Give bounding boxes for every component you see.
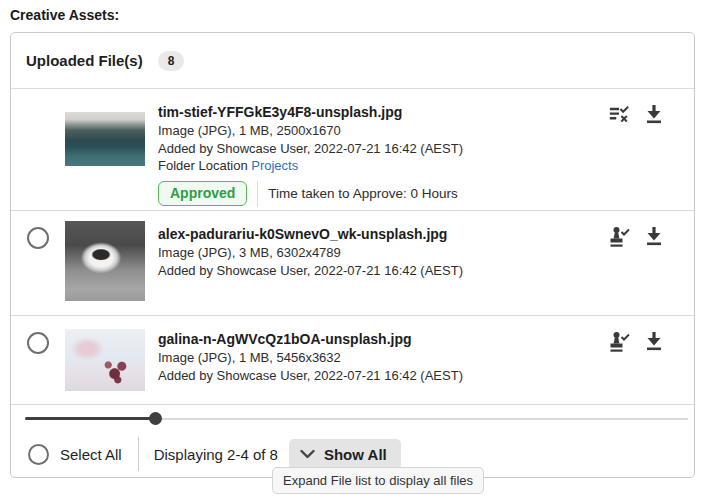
page-title: Creative Assets: xyxy=(10,7,119,23)
select-all-radio[interactable] xyxy=(28,444,49,465)
status-divider xyxy=(257,181,258,207)
thumbnail-image-coffee-mittens xyxy=(65,221,145,301)
approve-stamp-icon[interactable] xyxy=(608,330,630,354)
file-select-radio[interactable] xyxy=(27,227,49,249)
file-folder-location: Folder Location Projects xyxy=(158,157,463,175)
file-row-3: galina-n-AgWVcQz1bOA-unsplash.jpg Image … xyxy=(11,316,694,405)
folder-location-label: Folder Location xyxy=(158,158,248,173)
file-info-2: alex-padurariu-k0SwnevO_wk-unsplash.jpg … xyxy=(158,225,463,279)
file-thumbnail-1 xyxy=(65,99,145,179)
download-icon[interactable] xyxy=(643,225,665,249)
row-actions-3 xyxy=(608,330,665,354)
status-badge-approved: Approved xyxy=(158,181,247,206)
file-name: tim-stief-YFFGkE3y4F8-unsplash.jpg xyxy=(158,103,463,122)
file-meta: Image (JPG), 1 MB, 5456x3632 xyxy=(158,349,463,367)
file-info-3: galina-n-AgWVcQz1bOA-unsplash.jpg Image … xyxy=(158,330,463,384)
file-thumbnail-3 xyxy=(65,326,145,394)
chevron-down-icon xyxy=(300,449,315,460)
show-all-button[interactable]: Show All xyxy=(289,439,401,470)
file-added-by: Added by Showcase User, 2022-07-21 16:42… xyxy=(158,140,463,158)
panel-header: Uploaded File(s) 8 xyxy=(11,33,694,89)
approve-stamp-icon[interactable] xyxy=(608,225,630,249)
row-actions-1 xyxy=(608,103,665,127)
file-row-1: tim-stief-YFFGkE3y4F8-unsplash.jpg Image… xyxy=(11,89,694,211)
download-icon[interactable] xyxy=(643,103,665,127)
show-all-button-label: Show All xyxy=(324,446,387,463)
download-icon[interactable] xyxy=(643,330,665,354)
file-meta: Image (JPG), 1 MB, 2500x1670 xyxy=(158,122,463,140)
row-actions-2 xyxy=(608,225,665,249)
thumbnail-image-mountain-lake xyxy=(65,112,145,166)
file-meta: Image (JPG), 3 MB, 6302x4789 xyxy=(158,244,463,262)
file-name: alex-padurariu-k0SwnevO_wk-unsplash.jpg xyxy=(158,225,463,244)
footer-divider xyxy=(138,437,139,471)
select-all-label: Select All xyxy=(60,446,122,463)
folder-link-projects[interactable]: Projects xyxy=(251,158,298,173)
panel-header-title: Uploaded File(s) xyxy=(26,52,143,69)
slider-track-empty[interactable] xyxy=(156,418,688,420)
file-name: galina-n-AgWVcQz1bOA-unsplash.jpg xyxy=(158,330,463,349)
file-info-1: tim-stief-YFFGkE3y4F8-unsplash.jpg Image… xyxy=(158,103,463,207)
file-row-2: alex-padurariu-k0SwnevO_wk-unsplash.jpg … xyxy=(11,211,694,316)
file-thumbnail-2 xyxy=(65,221,145,301)
uploaded-files-panel: Uploaded File(s) 8 tim-stief-YFFGkE3y4F8… xyxy=(10,32,695,478)
approval-list-icon[interactable] xyxy=(608,103,630,127)
file-count-badge: 8 xyxy=(158,51,185,71)
file-added-by: Added by Showcase User, 2022-07-21 16:42… xyxy=(158,262,463,280)
file-added-by: Added by Showcase User, 2022-07-21 16:42… xyxy=(158,367,463,385)
radio-slot xyxy=(11,332,65,354)
status-row: Approved Time taken to Approve: 0 Hours xyxy=(158,181,463,207)
slider-track-filled[interactable] xyxy=(25,417,156,420)
slider-handle[interactable] xyxy=(149,412,162,425)
radio-slot xyxy=(11,227,65,249)
thumbnail-image-frosty-berries xyxy=(65,329,145,391)
approval-time-note: Time taken to Approve: 0 Hours xyxy=(268,186,457,201)
file-list-slider xyxy=(11,405,694,433)
displaying-count-text: Displaying 2-4 of 8 xyxy=(154,446,278,463)
file-select-radio[interactable] xyxy=(27,332,49,354)
show-all-tooltip: Expand File list to display all files xyxy=(272,467,484,494)
